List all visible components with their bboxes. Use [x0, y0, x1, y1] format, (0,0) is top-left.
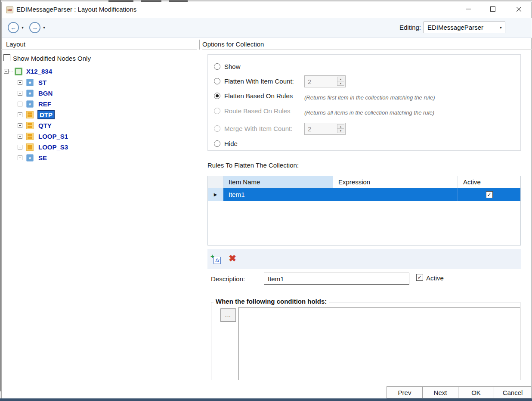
grid-column-active[interactable]: Active	[458, 176, 520, 188]
tree-node-label[interactable]: BGN	[38, 90, 53, 97]
expand-icon[interactable]	[18, 145, 22, 149]
radio-flatten-rules-selected[interactable]	[214, 93, 220, 99]
merge-count-spinner[interactable]: 2 ▲ ▼	[304, 123, 346, 135]
active-rule-checkbox[interactable]: ✓	[486, 191, 493, 198]
collection-icon	[26, 133, 34, 140]
tree-node-label[interactable]: LOOP_S3	[38, 143, 68, 151]
close-button[interactable]	[509, 3, 528, 16]
minimize-button[interactable]	[459, 3, 478, 16]
active-checkbox[interactable]: ✓	[416, 274, 423, 281]
expand-icon[interactable]	[18, 112, 22, 117]
spinner-value: 2	[308, 78, 311, 85]
radio-dot	[216, 94, 219, 97]
tree-node-label[interactable]: REF	[38, 100, 51, 108]
cell-expression[interactable]	[333, 188, 458, 201]
expand-icon[interactable]	[18, 134, 22, 139]
rules-grid: Item Name Expression Active ▶ Item1 ✓	[207, 176, 521, 246]
row-selector-cell[interactable]: ▶	[208, 188, 223, 201]
tree-node-loop-s1[interactable]: LOOP_S1	[2, 131, 68, 142]
tree-node-label[interactable]: LOOP_S1	[38, 133, 68, 140]
active-checkbox-label[interactable]: Active	[426, 274, 444, 282]
radio-flatten-with-count-label[interactable]: Flatten With Item Count:	[224, 78, 294, 85]
segment-icon: *	[26, 90, 34, 97]
tree-node-label-selected[interactable]: DTP	[38, 111, 54, 118]
grid-column-expression[interactable]: Expression	[333, 176, 458, 188]
radio-hide-label[interactable]: Hide	[224, 140, 238, 147]
radio-hide[interactable]	[214, 140, 220, 147]
forward-icon: →	[32, 24, 38, 31]
expand-icon[interactable]	[18, 91, 22, 96]
collapse-icon[interactable]	[4, 69, 9, 74]
minimize-icon	[466, 9, 471, 9]
back-button[interactable]: ←	[8, 22, 19, 33]
close-icon	[516, 6, 522, 12]
row-selector-icon: ▶	[214, 192, 217, 197]
expand-icon[interactable]	[18, 102, 22, 106]
cell-active[interactable]: ✓	[458, 188, 520, 201]
prev-button[interactable]: Prev	[387, 386, 423, 398]
edi-app-icon: EDI	[6, 6, 13, 13]
description-input[interactable]	[264, 273, 409, 285]
tree-node-label[interactable]: ST	[38, 79, 46, 86]
grid-column-item-name[interactable]: Item Name	[223, 176, 333, 188]
segment-icon: *	[26, 79, 34, 86]
tree-node-loop-s3[interactable]: LOOP_S3	[2, 142, 68, 152]
tree-node-st[interactable]: * ST	[2, 77, 46, 88]
radio-flatten-with-count[interactable]	[214, 78, 220, 84]
radio-merge-with-count-disabled[interactable]	[214, 125, 220, 132]
back-dropdown-icon[interactable]: ▾	[22, 25, 24, 30]
tree-node-ref[interactable]: * REF	[2, 99, 51, 109]
tree-connector-stub	[9, 71, 13, 71]
radio-show-label[interactable]: Show	[224, 63, 241, 70]
window-title: EDIMessageParser : Layout Modifications	[16, 6, 136, 13]
spinner-value: 2	[308, 125, 311, 133]
condition-text-area[interactable]	[238, 307, 520, 380]
radio-route-rules-label[interactable]: Route Based On Rules	[224, 107, 290, 115]
segment-icon: *	[26, 100, 34, 108]
tree-node-bgn[interactable]: * BGN	[2, 88, 53, 99]
delete-icon: ✖	[229, 253, 236, 264]
tree-node-label[interactable]: SE	[38, 154, 47, 162]
rules-toolbar	[207, 249, 521, 269]
tree-node-qty[interactable]: QTY	[2, 120, 52, 131]
cell-item-name[interactable]: Item1	[223, 188, 333, 201]
radio-flatten-rules-label[interactable]: Flatten Based On Rules	[224, 92, 293, 99]
tree-node-root[interactable]: X12_834	[2, 66, 52, 77]
add-rule-button[interactable]: fx +	[210, 253, 223, 265]
ok-button[interactable]: OK	[458, 386, 494, 398]
tree-node-dtp-selected[interactable]: DTP	[2, 109, 54, 120]
flatten-rules-hint: (Returns first item in the collection ma…	[304, 94, 435, 101]
add-rule-fx-icon: fx	[213, 257, 221, 264]
radio-route-rules-disabled[interactable]	[214, 108, 220, 114]
spinner-down-icon[interactable]: ▼	[337, 128, 344, 133]
expand-icon[interactable]	[18, 80, 22, 85]
flatten-count-spinner[interactable]: 2 ▲ ▼	[304, 75, 346, 87]
radio-show[interactable]	[214, 63, 220, 70]
delete-rule-button[interactable]: ✖	[226, 252, 238, 265]
expand-icon[interactable]	[18, 123, 22, 128]
segment-icon: *	[26, 154, 34, 162]
cancel-button[interactable]: Cancel	[494, 386, 532, 398]
tree-node-se[interactable]: * SE	[2, 152, 47, 163]
back-icon: ←	[10, 24, 16, 31]
tree-node-label[interactable]: X12_834	[26, 68, 52, 75]
forward-dropdown-icon[interactable]: ▾	[43, 25, 45, 30]
show-modified-checkbox[interactable]	[3, 54, 10, 61]
condition-ellipsis-button[interactable]: ...	[220, 308, 236, 322]
description-label: Description:	[211, 275, 245, 283]
spinner-down-icon[interactable]: ▼	[337, 81, 344, 86]
editing-label: Editing:	[399, 24, 421, 31]
radio-merge-with-count-label[interactable]: Merge With Item Count:	[224, 125, 292, 132]
layout-header-underline	[1, 49, 197, 50]
grid-row-selected[interactable]: ▶ Item1 ✓	[208, 188, 520, 201]
expand-icon[interactable]	[18, 155, 22, 160]
grid-corner-cell	[208, 176, 223, 188]
grid-header-row: Item Name Expression Active	[208, 176, 520, 188]
show-modified-label[interactable]: Show Modified Nodes Only	[13, 55, 91, 62]
maximize-button[interactable]	[483, 3, 502, 16]
layout-panel-header: Layout	[6, 40, 25, 48]
next-button[interactable]: Next	[422, 386, 458, 398]
tree-node-label[interactable]: QTY	[38, 122, 52, 129]
editing-combobox[interactable]: EDIMessageParser ▾	[424, 22, 505, 33]
forward-button[interactable]: →	[29, 22, 40, 33]
